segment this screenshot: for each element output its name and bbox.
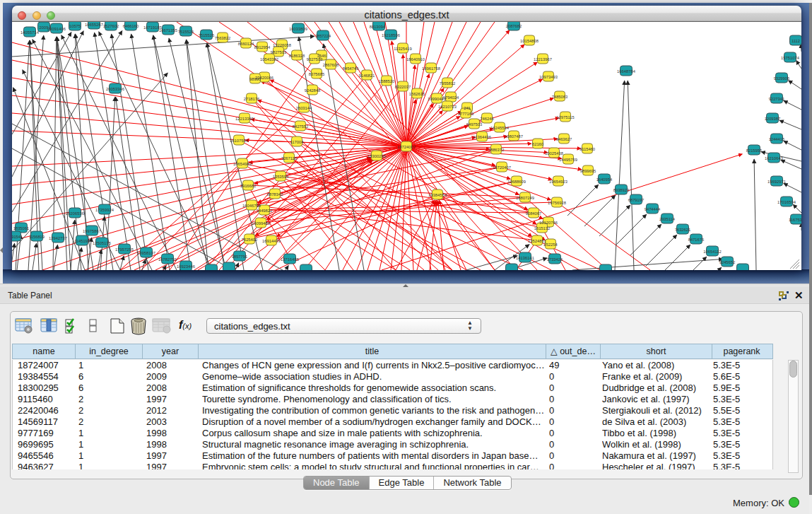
svg-text:15751074: 15751074	[781, 56, 800, 60]
svg-text:9463627: 9463627	[556, 137, 572, 141]
svg-text:252254: 252254	[543, 243, 558, 247]
svg-text:10923446: 10923446	[177, 264, 195, 269]
svg-text:6497503: 6497503	[466, 122, 483, 127]
svg-text:9899695: 9899695	[580, 169, 596, 173]
svg-text:7632621: 7632621	[675, 228, 691, 232]
svg-text:1209387: 1209387	[765, 117, 781, 121]
svg-text:241: 241	[464, 106, 471, 110]
svg-text:1167533: 1167533	[789, 218, 801, 222]
svg-text:15692971: 15692971	[767, 180, 786, 184]
svg-text:16671355: 16671355	[159, 28, 177, 33]
svg-text:16914479: 16914479	[262, 239, 281, 243]
svg-text:1733426: 1733426	[547, 257, 563, 262]
svg-text:2867608: 2867608	[323, 63, 339, 67]
svg-text:7625402: 7625402	[242, 238, 258, 242]
svg-text:2603144: 2603144	[296, 106, 312, 110]
svg-text:19218506: 19218506	[382, 33, 400, 37]
svg-text:1615132: 1615132	[534, 226, 551, 230]
svg-text:16099489: 16099489	[252, 221, 270, 226]
svg-text:16033809: 16033809	[289, 27, 307, 31]
svg-text:19654923: 19654923	[549, 180, 567, 184]
svg-text:9474444: 9474444	[645, 207, 661, 211]
svg-text:19756928: 19756928	[548, 201, 566, 205]
svg-text:20206536: 20206536	[66, 211, 84, 216]
svg-text:117004: 117004	[290, 140, 305, 144]
svg-text:7563822: 7563822	[215, 36, 231, 40]
svg-text:8215955: 8215955	[746, 148, 763, 153]
svg-text:7515526: 7515526	[199, 33, 215, 37]
svg-text:10654112: 10654112	[703, 250, 721, 254]
svg-text:10025438: 10025438	[545, 151, 563, 156]
svg-text:9115460: 9115460	[579, 147, 595, 151]
svg-text:12975115: 12975115	[556, 115, 574, 119]
svg-text:7485063: 7485063	[552, 95, 568, 99]
svg-text:13716485: 13716485	[281, 257, 299, 262]
svg-text:1156819: 1156819	[29, 235, 45, 239]
svg-text:9242848: 9242848	[305, 88, 321, 93]
svg-text:2087682: 2087682	[506, 24, 522, 28]
svg-text:18640910: 18640910	[406, 57, 425, 62]
svg-text:11325419: 11325419	[394, 47, 411, 51]
svg-text:1244415: 1244415	[769, 137, 785, 141]
svg-text:18807249: 18807249	[516, 196, 534, 200]
svg-text:6466160: 6466160	[123, 24, 139, 28]
svg-text:8322037: 8322037	[395, 85, 411, 89]
svg-text:16782759: 16782759	[158, 257, 177, 262]
svg-text:9857791: 9857791	[232, 255, 248, 259]
svg-text:7955812: 7955812	[440, 81, 456, 86]
svg-text:1588520: 1588520	[379, 79, 395, 83]
svg-text:2935114: 2935114	[659, 217, 676, 221]
svg-text:1449822: 1449822	[257, 209, 273, 213]
svg-text:19975867: 19975867	[83, 229, 101, 233]
svg-text:9327503: 9327503	[307, 57, 323, 62]
svg-text:9084067: 9084067	[526, 211, 542, 216]
svg-text:1145193: 1145193	[74, 239, 90, 243]
svg-text:9827503: 9827503	[271, 50, 287, 54]
svg-text:10958107: 10958107	[137, 251, 155, 255]
svg-text:2718176: 2718176	[244, 97, 260, 101]
svg-text:14055714: 14055714	[20, 30, 40, 35]
svg-text:15720407: 15720407	[493, 165, 511, 170]
svg-text:10543382: 10543382	[260, 57, 278, 62]
svg-text:8427552: 8427552	[293, 124, 309, 129]
svg-text:10655267: 10655267	[85, 23, 103, 27]
svg-text:19384554: 19384554	[428, 193, 447, 197]
svg-text:8912954: 8912954	[254, 45, 271, 49]
svg-text:18300295: 18300295	[367, 154, 386, 158]
svg-text:16245534: 16245534	[490, 126, 510, 130]
svg-text:746246: 746246	[480, 117, 493, 121]
svg-text:16961758: 16961758	[422, 66, 440, 71]
svg-text:8186328: 8186328	[289, 54, 305, 58]
svg-text:1562615: 1562615	[409, 92, 425, 96]
svg-text:14495759: 14495759	[559, 158, 577, 162]
svg-text:16107554: 16107554	[230, 139, 249, 143]
svg-text:8454749: 8454749	[343, 66, 359, 71]
svg-text:21364436: 21364436	[473, 135, 491, 139]
svg-text:6794024: 6794024	[443, 95, 459, 100]
svg-text:10688609: 10688609	[507, 180, 526, 184]
svg-text:10120746: 10120746	[539, 221, 558, 225]
svg-text:1527602: 1527602	[103, 24, 119, 28]
svg-text:9777169: 9777169	[458, 112, 474, 116]
svg-text:10654983: 10654983	[233, 162, 252, 166]
svg-text:7886372: 7886372	[488, 148, 505, 152]
svg-text:16648784: 16648784	[617, 69, 636, 74]
svg-text:16046798: 16046798	[242, 204, 261, 208]
svg-text:17957255: 17957255	[115, 247, 134, 252]
svg-text:8375685: 8375685	[309, 72, 325, 76]
svg-text:1835061: 1835061	[13, 226, 30, 230]
svg-text:8813094: 8813094	[370, 25, 386, 29]
svg-text:8471676: 8471676	[688, 238, 705, 242]
svg-text:10807487: 10807487	[505, 134, 523, 139]
svg-text:98990: 98990	[249, 77, 261, 81]
svg-text:9146821: 9146821	[359, 74, 375, 78]
svg-text:18724007: 18724007	[397, 145, 416, 149]
svg-text:12213369: 12213369	[235, 117, 254, 121]
svg-text:16210643: 16210643	[765, 156, 783, 160]
svg-text:8878342: 8878342	[267, 192, 283, 197]
svg-text:20091406: 20091406	[47, 27, 66, 31]
svg-text:62160: 62160	[532, 142, 543, 146]
svg-text:9245652: 9245652	[719, 260, 736, 264]
svg-text:20053346: 20053346	[106, 87, 124, 91]
svg-text:9227341: 9227341	[769, 97, 785, 101]
